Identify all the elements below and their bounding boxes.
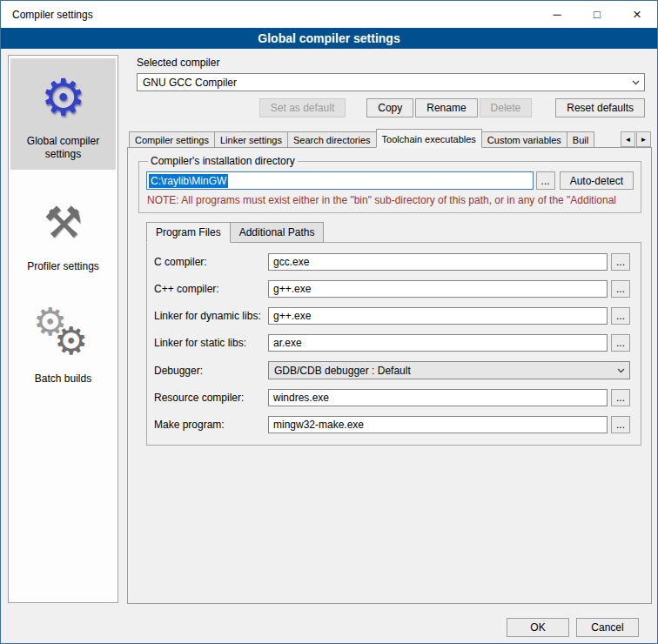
field-row-make-program: Make program: ... xyxy=(154,416,630,433)
settings-tabstrip: Compiler settings Linker settings Search… xyxy=(127,129,652,148)
field-row-cpp-compiler: C++ compiler: ... xyxy=(154,280,630,298)
field-label: Linker for dynamic libs: xyxy=(154,310,268,322)
static-libs-linker-input[interactable] xyxy=(268,334,608,352)
debugger-value: GDB/CDB debugger : Default xyxy=(274,365,411,377)
gear-icon: ⚙ xyxy=(12,64,114,131)
tab-additional-paths[interactable]: Additional Paths xyxy=(230,222,325,243)
cpp-compiler-input[interactable] xyxy=(268,280,608,298)
installation-directory-group: Compiler's installation directory C:\ray… xyxy=(138,155,641,213)
tab-scroll-buttons: ◄ ► xyxy=(620,131,651,147)
program-tabs: Program Files Additional Paths xyxy=(146,222,651,243)
sidebar-item-batch-builds[interactable]: ⚙ ⚙ Batch builds xyxy=(10,296,116,394)
browse-button[interactable]: ... xyxy=(611,389,630,406)
tab-custom-variables[interactable]: Custom variables xyxy=(481,131,567,148)
sidebar-item-label: Global compiler settings xyxy=(12,135,114,161)
tab-scroll-right-button[interactable]: ► xyxy=(636,131,651,147)
ok-button[interactable]: OK xyxy=(507,618,569,637)
make-program-input[interactable] xyxy=(268,416,608,433)
stacked-gears-icon: ⚙ ⚙ xyxy=(12,301,114,369)
selected-compiler-value: GNU GCC Compiler xyxy=(143,77,237,89)
close-icon: × xyxy=(633,6,641,23)
field-label: C++ compiler: xyxy=(154,283,268,295)
sidebar-item-global-compiler-settings[interactable]: ⚙ Global compiler settings xyxy=(10,58,116,170)
sidebar: ⚙ Global compiler settings ⚒ Profiler se… xyxy=(8,55,118,603)
installation-directory-value: C:\raylib\MinGW xyxy=(149,174,228,188)
program-files-panel: C compiler: ... C++ compiler: ... Linker… xyxy=(146,242,641,446)
titlebar[interactable]: Compiler settings ─ □ × xyxy=(1,1,657,28)
field-row-static-linker: Linker for static libs: ... xyxy=(154,334,630,352)
browse-directory-button[interactable]: ... xyxy=(536,171,555,190)
sidebar-item-label: Batch builds xyxy=(12,372,114,386)
tab-scroll-left-button[interactable]: ◄ xyxy=(621,131,635,147)
dynamic-libs-linker-input[interactable] xyxy=(268,307,608,325)
selected-compiler-combobox[interactable]: GNU GCC Compiler xyxy=(137,73,645,91)
maximize-button[interactable]: □ xyxy=(577,1,617,28)
toolchain-executables-panel: Compiler's installation directory C:\ray… xyxy=(127,147,652,604)
tab-linker-settings[interactable]: Linker settings xyxy=(214,131,288,148)
hammer-tool-icon: ⚒ xyxy=(12,189,114,257)
reset-defaults-button[interactable]: Reset defaults xyxy=(555,98,645,117)
auto-detect-button[interactable]: Auto-detect xyxy=(560,171,634,190)
chevron-down-icon xyxy=(628,80,644,85)
debugger-combobox[interactable]: GDB/CDB debugger : Default xyxy=(268,361,630,379)
window-title: Compiler settings xyxy=(12,9,93,21)
sidebar-item-profiler-settings[interactable]: ⚒ Profiler settings xyxy=(10,184,116,282)
installation-directory-legend: Compiler's installation directory xyxy=(148,155,298,167)
field-label: Linker for static libs: xyxy=(154,337,268,349)
copy-button[interactable]: Copy xyxy=(366,98,413,117)
minimize-button[interactable]: ─ xyxy=(537,1,577,28)
browse-button[interactable]: ... xyxy=(611,280,630,298)
resource-compiler-input[interactable] xyxy=(268,389,608,406)
chevron-down-icon xyxy=(613,368,629,373)
c-compiler-input[interactable] xyxy=(268,253,608,271)
minimize-icon: ─ xyxy=(553,8,561,21)
field-row-resource-compiler: Resource compiler: ... xyxy=(154,389,630,406)
left-arrow-icon: ◄ xyxy=(625,136,632,144)
field-row-c-compiler: C compiler: ... xyxy=(154,253,630,271)
set-as-default-button[interactable]: Set as default xyxy=(259,98,346,117)
maximize-icon: □ xyxy=(594,8,601,21)
compiler-button-row: Set as default Copy Rename Delete Reset … xyxy=(137,98,645,117)
installation-directory-row: C:\raylib\MinGW ... Auto-detect xyxy=(146,171,634,190)
browse-button[interactable]: ... xyxy=(611,253,630,271)
field-label: Resource compiler: xyxy=(154,392,268,404)
field-label: Make program: xyxy=(154,419,268,431)
browse-button[interactable]: ... xyxy=(611,334,630,352)
window-controls: ─ □ × xyxy=(537,1,657,28)
tabs: Compiler settings Linker settings Search… xyxy=(129,129,621,148)
tab-build-options[interactable]: Buil xyxy=(567,131,594,148)
field-label: Debugger: xyxy=(154,365,268,377)
selected-compiler-label: Selected compiler xyxy=(137,57,652,69)
field-row-dynamic-linker: Linker for dynamic libs: ... xyxy=(154,307,630,325)
delete-button[interactable]: Delete xyxy=(480,98,533,117)
dialog-header: Global compiler settings xyxy=(1,28,657,49)
tab-program-files[interactable]: Program Files xyxy=(146,222,231,243)
tab-compiler-settings[interactable]: Compiler settings xyxy=(129,131,215,148)
rename-button[interactable]: Rename xyxy=(415,98,477,117)
tab-search-directories[interactable]: Search directories xyxy=(287,131,377,148)
browse-button[interactable]: ... xyxy=(611,416,630,433)
sidebar-item-label: Profiler settings xyxy=(12,260,114,273)
main-panel: Selected compiler GNU GCC Compiler Set a… xyxy=(127,55,652,604)
close-button[interactable]: × xyxy=(617,1,657,28)
browse-button[interactable]: ... xyxy=(611,307,630,325)
field-label: C compiler: xyxy=(154,256,268,268)
right-arrow-icon: ► xyxy=(641,136,648,144)
field-row-debugger: Debugger: GDB/CDB debugger : Default xyxy=(154,361,630,379)
installation-directory-input[interactable]: C:\raylib\MinGW xyxy=(146,171,534,190)
cancel-button[interactable]: Cancel xyxy=(576,618,639,637)
compiler-settings-window: Compiler settings ─ □ × Global compiler … xyxy=(0,0,658,644)
dialog-footer: OK Cancel xyxy=(500,618,639,637)
dialog-header-title: Global compiler settings xyxy=(258,31,400,45)
note-text: NOTE: All programs must exist either in … xyxy=(147,194,634,206)
dialog-body: ⚙ Global compiler settings ⚒ Profiler se… xyxy=(1,49,657,644)
tab-toolchain-executables[interactable]: Toolchain executables xyxy=(376,129,482,148)
